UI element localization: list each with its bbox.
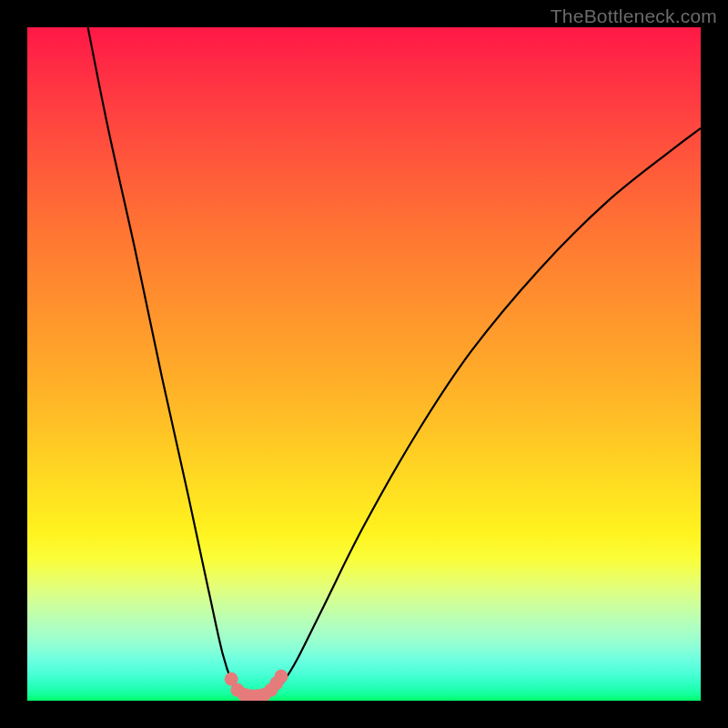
valley-marker	[274, 670, 288, 683]
chart-frame: TheBottleneck.com	[0, 0, 728, 728]
curve-left-branch	[88, 27, 240, 694]
chart-svg	[27, 27, 701, 701]
chart-plot-area	[27, 27, 701, 701]
curve-right-branch	[273, 128, 701, 694]
valley-markers	[225, 670, 288, 701]
watermark-text: TheBottleneck.com	[551, 5, 717, 27]
